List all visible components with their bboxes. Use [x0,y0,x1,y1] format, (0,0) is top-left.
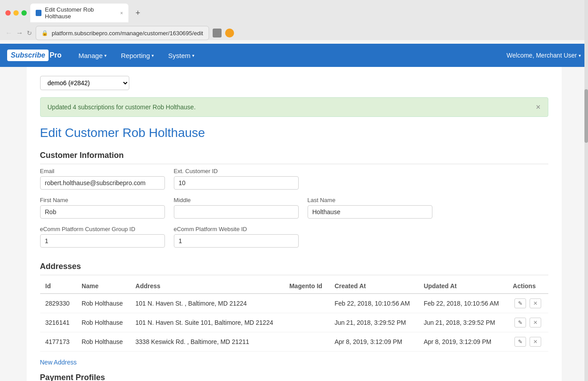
cell-id: 3216141 [40,313,76,332]
col-actions: Actions [507,279,548,294]
forward-button[interactable]: → [16,29,23,37]
delete-address-button[interactable]: ✕ [530,337,541,347]
ext-customer-id-field[interactable] [174,176,299,190]
ecomm-group-id-field[interactable] [40,234,165,248]
manage-caret-icon: ▾ [104,53,107,58]
browser-tab[interactable]: Edit Customer Rob Holthause × [30,4,128,22]
col-address: Address [130,279,284,294]
brand-pro-text: Pro [49,51,62,59]
cell-name: Rob Holthause [76,313,130,332]
ext-customer-id-label: Ext. Customer ID [174,168,299,174]
middle-label: Middle [174,197,299,203]
form-row-ecomm: eComm Platform Customer Group ID eComm P… [40,226,548,248]
tab-title: Edit Customer Rob Holthause [45,6,115,20]
scrollbar[interactable] [584,0,588,381]
navbar-welcome[interactable]: Welcome, Merchant User ▾ [506,52,581,59]
extension-icon[interactable] [213,29,222,37]
close-window-button[interactable] [5,10,11,16]
last-name-group: Last Name [308,197,432,219]
browser-chrome: Edit Customer Rob Holthause × + ← → ↻ 🔒 … [0,0,588,40]
reload-button[interactable]: ↻ [27,29,32,37]
addresses-section: Addresses Id Name Address Magento Id Cre… [40,262,548,366]
addresses-title: Addresses [40,262,548,275]
cell-actions: ✎ ✕ [507,332,548,352]
email-label: Email [40,168,165,174]
form-row-name: First Name Middle Last Name [40,197,548,219]
cell-updated-at: Apr 8, 2019, 3:12:09 PM [418,332,507,352]
welcome-text: Welcome, Merchant User [506,52,577,59]
page-title: Edit Customer Rob Holthause [40,126,548,140]
url-text: platform.subscribepro.com/manage/custome… [52,30,203,37]
edit-address-button[interactable]: ✎ [514,318,526,327]
cell-name: Rob Holthause [76,332,130,352]
middle-field[interactable] [174,205,299,219]
tab-favicon-icon [36,10,41,16]
middle-group: Middle [174,197,299,219]
minimize-window-button[interactable] [13,10,19,16]
nav-reporting[interactable]: Reporting ▾ [115,48,160,63]
cell-created-at: Apr 8, 2019, 3:12:09 PM [329,332,418,352]
customer-info-section: Customer Information Email Ext. Customer… [40,151,548,248]
last-name-field[interactable] [308,205,432,219]
store-selector: demo6 (#2842) [40,76,548,90]
col-id: Id [40,279,76,294]
first-name-field[interactable] [40,205,165,219]
navbar: Subscribe Pro Manage ▾ Reporting ▾ Syste… [0,44,588,67]
brand-logo[interactable]: Subscribe Pro [7,50,62,61]
addresses-table-header: Id Name Address Magento Id Created At Up… [40,279,548,294]
payment-profiles-title: Payment Profiles [40,373,548,381]
cell-magento-id [284,313,329,332]
nav-reporting-label: Reporting [121,52,150,59]
addresses-table-body: 2829330 Rob Holthause 101 N. Haven St. ,… [40,294,548,352]
ecomm-group-id-label: eComm Platform Customer Group ID [40,226,165,232]
ecomm-website-id-field[interactable] [174,234,299,248]
first-name-group: First Name [40,197,165,219]
scrollbar-thumb[interactable] [584,89,588,143]
last-name-label: Last Name [308,197,432,203]
delete-address-button[interactable]: ✕ [530,318,541,327]
cell-magento-id [284,332,329,352]
back-button[interactable]: ← [5,29,12,37]
delete-address-button[interactable]: ✕ [530,298,541,308]
cell-created-at: Jun 21, 2018, 3:29:52 PM [329,313,418,332]
edit-address-button[interactable]: ✎ [514,337,526,347]
cell-name: Rob Holthause [76,294,130,313]
tab-close-button[interactable]: × [120,10,123,16]
edit-address-button[interactable]: ✎ [514,298,526,308]
store-select-dropdown[interactable]: demo6 (#2842) [40,76,129,90]
nav-manage-label: Manage [78,52,103,59]
new-address-link[interactable]: New Address [40,359,77,366]
ecomm-website-id-group: eComm Platform Website ID [174,226,299,248]
nav-system[interactable]: System ▾ [162,48,201,63]
nav-items: Manage ▾ Reporting ▾ System ▾ [72,48,506,63]
browser-titlebar: Edit Customer Rob Holthause × + [5,4,583,22]
table-row: 3216141 Rob Holthause 101 N. Haven St. S… [40,313,548,332]
profile-circle-icon[interactable] [225,29,234,37]
cell-id: 2829330 [40,294,76,313]
email-field[interactable] [40,176,165,190]
table-row: 2829330 Rob Holthause 101 N. Haven St. ,… [40,294,548,313]
window-controls [5,10,27,16]
cell-address: 101 N. Haven St. , Baltimore, MD 21224 [130,294,284,313]
alert-close-button[interactable]: × [536,103,541,111]
cell-actions: ✎ ✕ [507,294,548,313]
nav-manage[interactable]: Manage ▾ [72,48,113,63]
cell-updated-at: Feb 22, 2018, 10:10:56 AM [418,294,507,313]
table-row: 4177173 Rob Holthause 3338 Keswick Rd. ,… [40,332,548,352]
col-magento-id: Magento Id [284,279,329,294]
email-group: Email [40,168,165,190]
new-tab-button[interactable]: + [132,8,144,18]
address-bar[interactable]: 🔒 platform.subscribepro.com/manage/custo… [36,26,209,40]
cell-address: 3338 Keswick Rd. , Baltimore, MD 21211 [130,332,284,352]
ecomm-website-id-label: eComm Platform Website ID [174,226,299,232]
ext-customer-id-group: Ext. Customer ID [174,168,299,190]
maximize-window-button[interactable] [21,10,27,16]
cell-created-at: Feb 22, 2018, 10:10:56 AM [329,294,418,313]
ecomm-group-id-group: eComm Platform Customer Group ID [40,226,165,248]
cell-actions: ✎ ✕ [507,313,548,332]
cell-magento-id [284,294,329,313]
cell-updated-at: Jun 21, 2018, 3:29:52 PM [418,313,507,332]
system-caret-icon: ▾ [192,53,194,58]
main-content: demo6 (#2842) Updated 4 subscriptions fo… [27,67,562,381]
cell-id: 4177173 [40,332,76,352]
